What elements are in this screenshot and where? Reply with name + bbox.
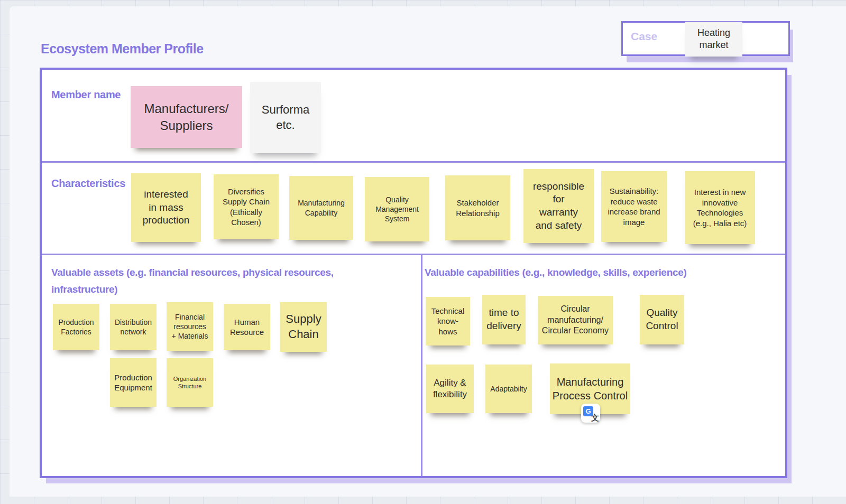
sticky-note-heating-market[interactable]: Heating market bbox=[685, 22, 742, 57]
sticky-note-surforma[interactable]: Surforma etc. bbox=[250, 82, 321, 153]
google-translate-char-glyph: 文 bbox=[591, 414, 599, 422]
sticky-note-time-to-delivery[interactable]: time to delivery bbox=[482, 295, 526, 344]
sticky-note-financial-resources[interactable]: Financial resources + Materials bbox=[167, 302, 213, 351]
sticky-note-supply-chain[interactable]: Supply Chain bbox=[280, 302, 327, 352]
valuable-assets-label: Valuable assets (e.g. financial resource… bbox=[51, 264, 334, 298]
sticky-note-agility-flexibility[interactable]: Agility & flexibility bbox=[426, 365, 474, 413]
sticky-note-warranty-safety[interactable]: responsible for warranty and safety bbox=[523, 169, 594, 243]
sticky-note-stakeholder-relationship[interactable]: Stakeholder Relationship bbox=[445, 175, 510, 240]
divider-assets-capabilities bbox=[421, 254, 422, 476]
characteristics-label: Characteristics bbox=[51, 174, 125, 192]
valuable-capabilities-label: Valuable capabilities (e.g., knowledge, … bbox=[425, 264, 687, 281]
sticky-note-manufacturers-suppliers[interactable]: Manufacturers/ Suppliers bbox=[131, 86, 242, 148]
sticky-note-quality-management-system[interactable]: Quality Management System bbox=[365, 177, 429, 241]
google-translate-icon[interactable]: G 文 bbox=[581, 404, 600, 423]
page-title[interactable]: Ecosystem Member Profile bbox=[41, 41, 204, 57]
sticky-note-technical-know-hows[interactable]: Technical know- hows bbox=[426, 297, 470, 346]
sticky-note-adaptability[interactable]: Adaptabilty bbox=[485, 365, 532, 413]
sticky-note-quality-control[interactable]: Quality Control bbox=[640, 295, 684, 344]
sticky-note-organization-structure[interactable]: Organization Structure bbox=[167, 358, 213, 407]
whiteboard-canvas[interactable]: Ecosystem Member Profile Case Heating ma… bbox=[0, 0, 846, 504]
sticky-note-production-equipment[interactable]: Production Equipment bbox=[110, 358, 157, 407]
sticky-note-human-resource[interactable]: Human Resource bbox=[224, 304, 270, 350]
board-background[interactable]: Ecosystem Member Profile Case Heating ma… bbox=[10, 6, 846, 497]
divider-member-characteristics bbox=[42, 161, 785, 163]
sticky-note-production-factories[interactable]: Production Factories bbox=[53, 304, 99, 350]
sticky-note-manufacturing-capability[interactable]: Manufacturing Capability bbox=[289, 176, 353, 240]
divider-characteristics-bottom bbox=[42, 254, 785, 255]
profile-frame[interactable]: Member name Manufacturers/ Suppliers Sur… bbox=[40, 68, 787, 478]
sticky-note-innovative-technologies[interactable]: Interest in new innovative Technologies … bbox=[685, 171, 755, 244]
sticky-note-distribution-network[interactable]: Distribution network bbox=[110, 304, 157, 350]
sticky-note-mass-production[interactable]: interested in mass production bbox=[131, 173, 201, 242]
sticky-note-circular-economy[interactable]: Circular manufacturing/ Circular Economy bbox=[538, 296, 613, 344]
case-field-label: Case bbox=[631, 30, 657, 43]
sticky-note-diversifies-supply-chain[interactable]: Diversifies Supply Chain (Ethically Chos… bbox=[214, 174, 279, 239]
sticky-note-sustainability[interactable]: Sustainability: reduce waste increase br… bbox=[601, 171, 667, 242]
member-name-label: Member name bbox=[51, 86, 121, 104]
